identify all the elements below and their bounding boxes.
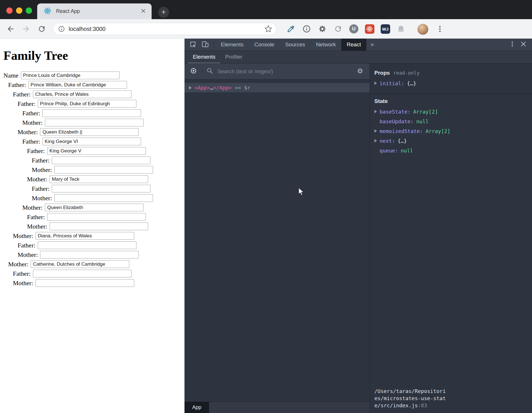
react-devtools-extension-icon[interactable]	[365, 24, 374, 34]
field-input[interactable]	[21, 72, 120, 79]
browser-tab[interactable]: React App	[37, 3, 152, 19]
devtools-tab-react[interactable]: React	[341, 39, 366, 51]
tree-row-app[interactable]: <App>…</App> == $r	[184, 83, 370, 92]
react-panel-tab-elements[interactable]: Elements	[188, 51, 220, 63]
field-input[interactable]	[42, 138, 141, 145]
sidebar-entry[interactable]: baseUpdate: null	[374, 116, 532, 126]
expand-arrow-icon[interactable]	[374, 139, 377, 142]
devtools-close-icon[interactable]	[520, 41, 527, 49]
bookmark-star-icon[interactable]	[264, 25, 272, 33]
refresh-extension-icon[interactable]	[333, 24, 343, 34]
devtools-tab-network[interactable]: Network	[311, 39, 342, 51]
field-input[interactable]	[52, 156, 150, 164]
field-input[interactable]	[40, 251, 139, 259]
u-extension-icon[interactable]: U	[349, 24, 359, 34]
entry-value: Array[2]	[413, 109, 438, 115]
react-panel-tab-profiler[interactable]: Profiler	[220, 51, 247, 63]
field-input[interactable]	[45, 119, 144, 126]
inspected-component-sidebar: Props read-only initial: {…} State baseS…	[370, 63, 532, 413]
field-input[interactable]	[28, 81, 127, 89]
family-field-row: Father:	[32, 156, 184, 164]
family-field-row: Name	[3, 72, 184, 79]
family-field-row: Mother:	[32, 194, 184, 202]
react-favicon-icon	[43, 7, 51, 16]
forward-button-icon[interactable]	[22, 25, 30, 33]
expand-arrow-icon[interactable]	[374, 129, 377, 133]
eyedropper-extension-icon[interactable]	[286, 24, 296, 34]
sidebar-entry[interactable]: memoizedState: Array[2]	[374, 126, 532, 136]
sidebar-entry[interactable]: baseState: Array[2]	[374, 107, 532, 116]
info-extension-icon[interactable]	[302, 24, 311, 34]
family-field-row: Father:	[22, 109, 184, 117]
devtools-menu-icon[interactable]	[509, 40, 516, 49]
reload-button-icon[interactable]	[37, 25, 46, 33]
sidebar-entry[interactable]: next: {…}	[374, 136, 532, 146]
devtools-tab-console[interactable]: Console	[249, 39, 280, 51]
field-input[interactable]	[49, 175, 148, 183]
field-input[interactable]	[33, 270, 132, 277]
sidebar-entry[interactable]: initial: {…}	[374, 78, 532, 88]
family-field-row: Father:	[32, 185, 184, 192]
component-search-input[interactable]	[217, 68, 356, 75]
field-input[interactable]	[54, 166, 153, 174]
family-field-row: Mother:	[32, 166, 184, 174]
entry-key: queue:	[380, 148, 398, 154]
search-icon	[206, 67, 213, 76]
ghost-extension-icon[interactable]	[396, 24, 406, 34]
devtools-tab-sources[interactable]: Sources	[280, 39, 311, 51]
more-tabs-chevron[interactable]: »	[366, 39, 378, 51]
dollar-r-annotation: == $r	[232, 85, 250, 91]
window-zoom-button[interactable]	[26, 7, 32, 14]
source-location-link[interactable]: /Users/taras/Repositories/microstates-us…	[374, 388, 446, 409]
field-input[interactable]	[40, 128, 139, 136]
tab-close-icon[interactable]	[140, 8, 146, 15]
owners-bottom-bar: App	[184, 402, 370, 413]
component-search-bar	[184, 63, 370, 80]
device-toolbar-icon[interactable]	[201, 40, 209, 49]
field-input[interactable]	[47, 213, 146, 221]
field-input[interactable]	[52, 185, 150, 192]
props-title: Props	[374, 70, 390, 76]
url-text[interactable]: localhost:3000	[69, 26, 264, 32]
family-field-row: Mother:	[22, 204, 184, 211]
field-input[interactable]	[35, 232, 134, 240]
field-input[interactable]	[33, 90, 132, 98]
field-input[interactable]	[54, 194, 153, 202]
wj-extension-icon[interactable]: WJ	[380, 24, 390, 34]
field-input[interactable]	[42, 109, 141, 117]
devtools-tab-elements[interactable]: Elements	[215, 39, 249, 51]
devtools-toolbar-icons	[184, 39, 213, 51]
address-bar[interactable]: localhost:3000	[53, 23, 277, 35]
sidebar-entry[interactable]: queue: null	[374, 146, 532, 155]
select-component-icon[interactable]	[190, 67, 197, 76]
expand-arrow-icon[interactable]	[374, 110, 377, 113]
field-label: Father:	[8, 81, 26, 89]
inspect-element-icon[interactable]	[189, 40, 197, 49]
browser-menu-icon[interactable]	[436, 25, 444, 33]
field-input[interactable]	[47, 147, 146, 155]
settings-gear-icon[interactable]	[356, 67, 364, 76]
expand-arrow-icon[interactable]	[374, 82, 377, 85]
expand-arrow-icon[interactable]	[189, 86, 192, 90]
field-input[interactable]	[31, 260, 129, 268]
field-input[interactable]	[38, 241, 136, 249]
field-input[interactable]	[45, 204, 144, 211]
family-field-row: Father:	[8, 81, 185, 89]
field-label: Mother:	[13, 232, 33, 240]
field-input[interactable]	[35, 279, 134, 287]
field-input[interactable]	[38, 100, 136, 108]
back-button-icon[interactable]	[6, 25, 15, 33]
profile-avatar[interactable]	[417, 24, 428, 35]
family-field-row: Mother:	[27, 175, 185, 183]
site-info-icon[interactable]	[58, 25, 65, 33]
field-label: Father:	[27, 147, 45, 155]
window-minimize-button[interactable]	[16, 7, 22, 14]
window-close-button[interactable]	[6, 7, 13, 14]
new-tab-button[interactable]: +	[158, 7, 169, 18]
family-field-row: Father:	[18, 241, 185, 249]
extensions-row: U WJ	[286, 19, 406, 39]
field-input[interactable]	[49, 223, 148, 230]
owner-item-app[interactable]: App	[184, 402, 209, 413]
entry-key: next:	[380, 138, 395, 144]
gear-extension-icon[interactable]	[317, 24, 327, 34]
